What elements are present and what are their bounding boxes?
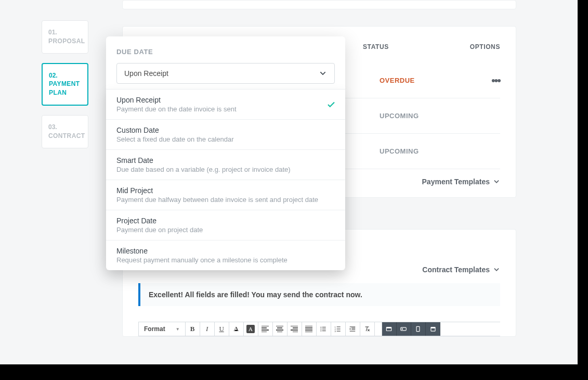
- step-label: CONTRACT: [48, 132, 82, 141]
- option-title: Custom Date: [116, 126, 335, 134]
- step-num: 03.: [48, 123, 82, 132]
- svg-rect-7: [337, 326, 341, 327]
- format-dropdown[interactable]: Format ▼: [139, 322, 186, 336]
- numbered-list-button[interactable]: 123: [331, 322, 346, 336]
- svg-rect-23: [431, 327, 435, 328]
- due-date-selected-value: Upon Receipt: [124, 69, 168, 78]
- due-date-select[interactable]: Upon Receipt: [116, 63, 335, 84]
- chevron-down-icon: [493, 266, 500, 273]
- editor-toolbar: Format ▼ B I U A A 123: [138, 322, 500, 336]
- insert-calendar-button[interactable]: [426, 322, 440, 336]
- italic-button[interactable]: I: [200, 322, 215, 336]
- svg-point-0: [321, 327, 322, 328]
- option-smart-date[interactable]: Smart Date Due date based on a variable …: [106, 150, 345, 180]
- option-title: Upon Receipt: [116, 96, 335, 104]
- align-left-button[interactable]: [258, 322, 273, 336]
- check-icon: [326, 100, 336, 112]
- insert-link-button[interactable]: [397, 322, 411, 336]
- svg-rect-1: [322, 327, 326, 327]
- option-title: Project Date: [116, 217, 335, 225]
- option-subtitle: Select a fixed due date on the calendar: [116, 135, 335, 143]
- contract-message: Excellent! All fields are filled! You ma…: [138, 283, 500, 306]
- insert-image-button[interactable]: [382, 322, 397, 336]
- col-header-options: OPTIONS: [470, 43, 500, 50]
- option-mid-project[interactable]: Mid Project Payment due halfway between …: [106, 180, 345, 210]
- step-num: 02.: [49, 71, 81, 80]
- option-subtitle: Payment due on project date: [116, 226, 335, 234]
- background-color-button[interactable]: A: [244, 322, 258, 336]
- step-label: PROPOSAL: [48, 37, 82, 46]
- svg-rect-20: [402, 328, 403, 330]
- svg-rect-19: [401, 327, 407, 331]
- svg-rect-14: [351, 328, 355, 328]
- option-subtitle: Payment due halfway between date invoice…: [116, 196, 335, 204]
- text-color-button[interactable]: A: [229, 322, 244, 336]
- svg-rect-11: [337, 331, 341, 332]
- row-options-button[interactable]: •••: [491, 80, 500, 82]
- svg-rect-16: [350, 331, 356, 332]
- step-label: PAYMENT PLAN: [49, 80, 81, 97]
- due-date-options-list: Upon Receipt Payment due on the date inv…: [106, 89, 345, 270]
- option-subtitle: Due date based on a variable (e.g. proje…: [116, 166, 335, 173]
- option-milestone[interactable]: Milestone Request payment manually once …: [106, 240, 345, 270]
- frame-border-bottom: [0, 364, 588, 380]
- payment-templates-label: Payment Templates: [422, 178, 490, 186]
- option-custom-date[interactable]: Custom Date Select a fixed due date on t…: [106, 120, 345, 150]
- chevron-down-icon: [319, 69, 327, 78]
- svg-point-2: [321, 328, 322, 330]
- due-date-popover: DUE DATE Upon Receipt Upon Receipt Payme…: [106, 36, 345, 270]
- clear-formatting-button[interactable]: [360, 322, 375, 336]
- svg-rect-15: [351, 329, 355, 330]
- option-subtitle: Request payment manually once a mileston…: [116, 256, 335, 264]
- step-num: 01.: [48, 28, 82, 37]
- svg-rect-9: [337, 328, 341, 329]
- bold-button[interactable]: B: [186, 322, 200, 336]
- step-contract[interactable]: 03. CONTRACT: [42, 115, 88, 148]
- svg-rect-5: [322, 331, 326, 331]
- frame-border-right: [578, 0, 588, 380]
- status-badge: UPCOMING: [380, 147, 419, 155]
- option-title: Mid Project: [116, 186, 335, 195]
- svg-point-4: [321, 331, 322, 332]
- svg-rect-21: [416, 326, 420, 331]
- popover-title: DUE DATE: [116, 48, 335, 56]
- status-badge: UPCOMING: [380, 112, 419, 120]
- col-header-status: STATUS: [363, 43, 467, 50]
- status-badge: OVERDUE: [380, 77, 415, 84]
- svg-rect-18: [386, 327, 391, 328]
- svg-marker-13: [350, 328, 351, 330]
- outdent-button[interactable]: [346, 322, 360, 336]
- format-label: Format: [144, 325, 165, 333]
- option-title: Milestone: [116, 247, 335, 255]
- chevron-down-icon: [493, 178, 500, 185]
- option-subtitle: Payment due on the date invoice is sent: [116, 105, 335, 113]
- align-justify-button[interactable]: [302, 322, 317, 336]
- align-center-button[interactable]: [273, 322, 288, 336]
- contract-templates-label: Contract Templates: [422, 265, 490, 274]
- option-project-date[interactable]: Project Date Payment due on project date: [106, 210, 345, 240]
- proposal-card-collapsed: [122, 0, 516, 9]
- caret-down-icon: ▼: [176, 327, 180, 332]
- svg-rect-3: [322, 328, 326, 329]
- svg-rect-12: [350, 326, 356, 327]
- step-payment-plan[interactable]: 02. PAYMENT PLAN: [42, 63, 88, 106]
- step-nav: 01. PROPOSAL 02. PAYMENT PLAN 03. CONTRA…: [42, 20, 88, 158]
- option-title: Smart Date: [116, 156, 335, 164]
- step-proposal[interactable]: 01. PROPOSAL: [42, 20, 88, 54]
- underline-button[interactable]: U: [215, 322, 229, 336]
- svg-text:3: 3: [335, 330, 336, 333]
- align-right-button[interactable]: [288, 322, 302, 336]
- bullet-list-button[interactable]: [317, 322, 331, 336]
- contract-message-text: Excellent! All fields are filled! You ma…: [149, 290, 362, 299]
- option-upon-receipt[interactable]: Upon Receipt Payment due on the date inv…: [106, 90, 345, 120]
- insert-file-button[interactable]: [411, 322, 426, 336]
